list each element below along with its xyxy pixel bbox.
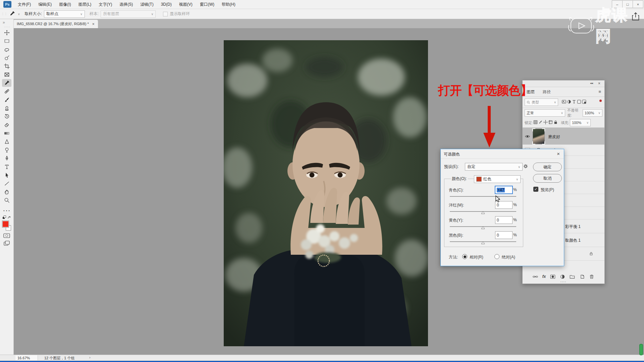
filter-type-layers-icon[interactable] [572, 99, 577, 105]
eyedropper-tool[interactable] [0, 79, 13, 87]
yellow-slider-thumb[interactable] [481, 226, 485, 229]
layer-row-mopihao[interactable]: 磨皮好 [523, 128, 604, 145]
color-swatches[interactable] [0, 220, 13, 232]
cyan-slider[interactable] [450, 196, 516, 197]
eyedropper-option-icon[interactable] [9, 11, 15, 17]
lock-pixels-icon[interactable] [538, 120, 543, 126]
magenta-slider-thumb[interactable] [481, 210, 485, 214]
lock-artboard-icon[interactable] [548, 120, 553, 126]
zoom-level-field[interactable]: 16.67% [15, 355, 38, 360]
cyan-input[interactable]: +47 [495, 186, 513, 194]
toolbar-collapse-icon[interactable]: » [3, 20, 5, 25]
menu-type[interactable]: 文字(Y) [95, 0, 116, 9]
layer-mask-icon[interactable] [550, 274, 555, 280]
new-group-icon[interactable] [570, 274, 575, 280]
menu-filter[interactable]: 滤镜(T) [137, 0, 157, 9]
close-tab-icon[interactable]: × [92, 22, 95, 26]
menu-3d[interactable]: 3D(D) [157, 0, 175, 9]
filter-shape-layers-icon[interactable] [577, 99, 582, 105]
edit-toolbar-button[interactable]: • • • [0, 209, 13, 213]
dodge-tool[interactable] [0, 146, 13, 154]
relative-radio[interactable] [462, 254, 467, 259]
new-layer-icon[interactable] [579, 274, 585, 280]
layer-name[interactable]: 彩平衡 1 [565, 224, 581, 230]
panel-close-icon[interactable]: × [598, 81, 600, 86]
lock-transparency-icon[interactable] [533, 120, 538, 126]
layer-name[interactable]: 磨皮好 [548, 134, 560, 140]
menu-layer[interactable]: 图层(L) [75, 0, 95, 9]
ok-button[interactable]: 确定 [533, 163, 562, 171]
layer-thumbnail[interactable] [533, 129, 545, 144]
brush-tool[interactable] [0, 96, 13, 104]
layer-name[interactable]: 取颜色 1 [565, 238, 581, 243]
canvas-image[interactable] [224, 40, 428, 346]
cancel-button[interactable]: 取消 [533, 174, 562, 183]
tool-preset-caret-icon[interactable]: ∨ [18, 12, 20, 16]
move-tool[interactable] [0, 28, 13, 37]
panel-collapse-icon[interactable]: ◂◂ [590, 81, 593, 85]
hand-tool[interactable] [0, 188, 13, 196]
default-swap-colors-icons[interactable] [0, 215, 13, 220]
menu-file[interactable]: 文件(F) [14, 0, 35, 9]
sharpen-tool[interactable] [0, 137, 13, 146]
menu-help[interactable]: 帮助(H) [218, 0, 239, 9]
crop-tool[interactable] [0, 62, 13, 70]
adjustment-layer-icon[interactable] [560, 274, 565, 280]
lock-position-icon[interactable] [543, 120, 548, 126]
quick-selection-tool[interactable] [0, 54, 13, 62]
gradient-tool[interactable] [0, 129, 13, 137]
spot-healing-brush-tool[interactable] [0, 87, 13, 96]
document-tab[interactable]: IMG_6598.CR2 @ 16.7% (磨皮好, RGB/8) * × [13, 20, 98, 28]
preset-options-gear-icon[interactable] [523, 163, 528, 169]
blend-mode-select[interactable]: 正常 ∨ [525, 109, 565, 117]
menu-window[interactable]: 窗口(W) [196, 0, 218, 9]
link-layers-icon[interactable] [533, 274, 538, 280]
share-icon[interactable] [632, 12, 639, 22]
delete-layer-icon[interactable] [589, 274, 594, 280]
lasso-tool[interactable] [0, 45, 13, 54]
status-chevron-icon[interactable]: › [89, 355, 91, 359]
clone-stamp-tool[interactable] [0, 104, 13, 112]
filter-smart-objects-icon[interactable] [582, 99, 587, 105]
dialog-close-icon[interactable]: × [557, 151, 560, 157]
tab-paths[interactable]: 路径 [539, 89, 555, 95]
fill-select[interactable]: 100% ∨ [570, 119, 591, 126]
black-slider[interactable] [450, 241, 516, 242]
menu-view[interactable]: 视图(V) [175, 0, 196, 9]
quick-mask-button[interactable] [0, 233, 13, 238]
path-selection-tool[interactable] [0, 171, 13, 179]
filter-active-indicator[interactable] [599, 100, 602, 102]
preset-select[interactable]: 自定 ∨ [465, 163, 523, 171]
foreground-color-swatch[interactable] [2, 221, 9, 227]
menu-image[interactable]: 图像(I) [55, 0, 74, 9]
zoom-tool[interactable] [0, 196, 13, 204]
yellow-slider[interactable] [450, 226, 516, 227]
filter-pixel-layers-icon[interactable] [561, 99, 567, 105]
rectangular-marquee-tool[interactable] [0, 37, 13, 45]
panel-menu-icon[interactable]: ≡ [598, 89, 601, 94]
layer-style-fx-icon[interactable]: fx [542, 274, 546, 280]
layer-filter-select[interactable]: 类型 ∨ [525, 99, 558, 106]
menu-edit[interactable]: 编辑(E) [35, 0, 55, 9]
sample-size-select[interactable]: 取样点 ∨ [44, 10, 85, 18]
line-tool[interactable] [0, 179, 13, 188]
screen-mode-button[interactable] [0, 241, 13, 246]
magenta-slider[interactable] [450, 211, 516, 212]
yellow-input[interactable]: 0 [495, 216, 513, 224]
absolute-radio[interactable] [494, 254, 499, 259]
pen-tool[interactable] [0, 154, 13, 163]
black-slider-thumb[interactable] [481, 241, 485, 244]
panel-resize-grip[interactable]: ▪▪▪▪ [523, 281, 604, 283]
black-input[interactable]: 0 [495, 231, 513, 239]
type-tool[interactable] [0, 163, 13, 171]
eraser-tool[interactable] [0, 121, 13, 129]
lock-all-icon[interactable] [553, 120, 558, 126]
color-select[interactable]: 红色 ∨ [474, 175, 521, 183]
visibility-eye-icon[interactable] [525, 134, 530, 139]
preview-checkbox[interactable]: ✓ [533, 187, 538, 192]
menu-select[interactable]: 选择(S) [116, 0, 137, 9]
history-brush-tool[interactable] [0, 112, 13, 121]
opacity-select[interactable]: 100% ∨ [583, 109, 602, 117]
frame-tool[interactable] [0, 70, 13, 79]
filter-adjustment-layers-icon[interactable] [567, 99, 572, 105]
